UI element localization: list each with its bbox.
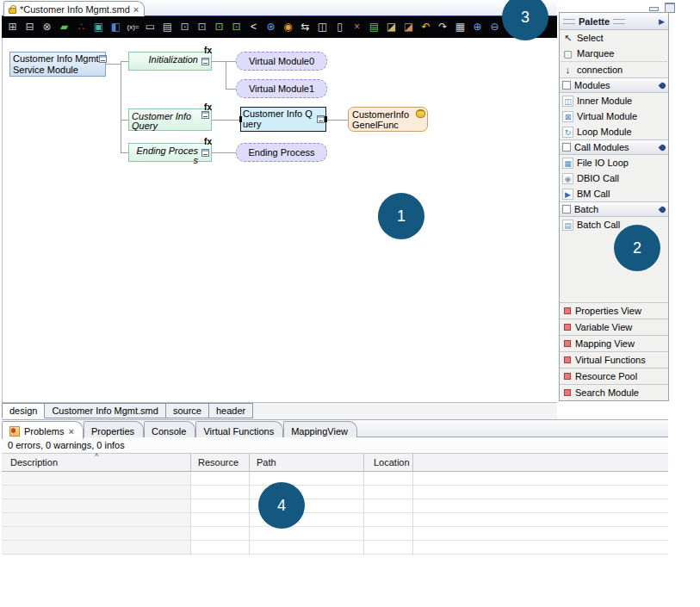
palette-tool-select[interactable]: ↖Select	[560, 30, 668, 46]
window-view-icon[interactable]: ▭	[144, 20, 157, 34]
node-virtual-module1[interactable]: Virtual Module1	[236, 79, 327, 98]
export-doc-icon[interactable]: ⊡	[213, 20, 226, 34]
palette-tool-connection[interactable]: ↓connection	[560, 62, 668, 77]
collapse-window-icon[interactable]	[99, 55, 107, 63]
export-doc-alt-icon[interactable]: ⊡	[230, 20, 243, 34]
remove-folder-icon[interactable]: ◪	[402, 20, 415, 34]
node-ending-process-instance[interactable]: Ending Process	[236, 143, 327, 162]
palette-view-properties-view[interactable]: Properties View	[560, 302, 668, 319]
maximize-icon[interactable]	[664, 3, 674, 12]
connector	[212, 120, 240, 121]
palette-item-loop-module[interactable]: ↻Loop Module	[560, 124, 668, 139]
column-path[interactable]: Path	[257, 457, 276, 468]
undo-icon[interactable]: ↶	[419, 20, 432, 34]
palette-view-mapping-view[interactable]: Mapping View	[560, 335, 668, 351]
palette-group-batch[interactable]: Batch	[560, 201, 668, 217]
column-location[interactable]: Location	[374, 457, 410, 468]
editor-tab-customer-info-mgmt[interactable]: *Customer Info Mgmt.smd ×	[3, 1, 145, 16]
collapse-icon[interactable]: <	[247, 20, 260, 34]
dbio-doc-icon[interactable]: ▤	[161, 20, 174, 34]
column-resource[interactable]: Resource	[198, 457, 238, 468]
palette-item-bm-call[interactable]: ▶BM Call	[560, 186, 668, 201]
view-square-icon	[564, 324, 571, 331]
collapse-window-icon[interactable]	[201, 111, 209, 119]
node-customer-info-query-instance[interactable]: Customer Info Query	[240, 107, 326, 132]
copy-count-icon[interactable]: ⊡	[178, 20, 191, 34]
annotation-circle-1: 1	[378, 193, 424, 239]
search-icon[interactable]: ⊛	[264, 20, 277, 34]
node-customer-info-query-func[interactable]: Customer Info Query fx	[128, 108, 212, 131]
problems-tab-mappingview[interactable]: MappingView	[283, 421, 357, 438]
zoom-in-icon[interactable]: ⊕	[471, 20, 484, 34]
table-edit-icon[interactable]: ▦	[454, 20, 467, 34]
frame-layout-icon[interactable]: ◧	[109, 20, 122, 34]
palette-item-dbio-call[interactable]: ◉DBIO Call	[560, 170, 668, 186]
palette-view-resource-pool[interactable]: Resource Pool	[560, 368, 668, 384]
paste-icon[interactable]: ▯	[333, 20, 346, 34]
palette-tool-marquee[interactable]: ▢Marquee	[560, 46, 668, 61]
node-customer-info-genel-func[interactable]: CustomerInfoGenelFunc	[348, 107, 428, 132]
new-folder-icon[interactable]: ◪	[385, 20, 398, 34]
pin-icon[interactable]	[659, 81, 667, 90]
node-ending-process-func[interactable]: Ending Process fx	[128, 143, 212, 162]
close-module-icon[interactable]: ⊗	[40, 20, 53, 34]
variables-icon[interactable]: (x)=	[127, 20, 139, 34]
connector	[121, 120, 128, 121]
palette-view-virtual-functions[interactable]: Virtual Functions	[560, 351, 668, 368]
build-sphere-icon[interactable]: ◉	[282, 20, 294, 34]
palette-item-inner-module[interactable]: ◫Inner Module	[560, 93, 668, 108]
checklist-icon[interactable]: ▤	[368, 20, 381, 34]
bottom-tab-header[interactable]: header	[209, 403, 253, 418]
view-square-icon	[564, 340, 571, 347]
palette-group-call-modules[interactable]: Call Modules	[560, 139, 668, 155]
palette-item-label: BM Call	[577, 189, 610, 199]
palette-view-search-module[interactable]: Search Module	[560, 384, 668, 400]
export-wizard-icon[interactable]: ⊟	[23, 20, 36, 34]
palette-tool-label: Marquee	[577, 48, 614, 59]
toolbar: ⊞⊟⊗▰∴▣◧(x)=▭▤⊡⊡⊡⊡<⊛◉⇆◫▯×▤◪◪↶↷▦⊕⊖▥	[2, 16, 557, 38]
delete-icon[interactable]: ×	[350, 20, 363, 34]
collapse-window-icon[interactable]	[317, 115, 325, 123]
redo-icon[interactable]: ↷	[437, 20, 449, 34]
palette-view-variable-view[interactable]: Variable View	[560, 319, 668, 335]
close-icon[interactable]: ×	[133, 5, 139, 14]
close-icon[interactable]: ×	[68, 427, 73, 436]
pin-icon[interactable]	[659, 143, 667, 152]
zoom-out-icon[interactable]: ⊖	[488, 20, 501, 34]
palette-item-virtual-module[interactable]: ⊠Virtual Module	[560, 108, 668, 124]
connector	[212, 152, 236, 153]
collapse-window-icon[interactable]	[201, 58, 209, 65]
palette-item-file-io-loop[interactable]: ▦File IO Loop	[560, 155, 668, 170]
split-view-icon[interactable]: ▣	[92, 20, 105, 34]
view-square-icon	[564, 389, 571, 396]
column-description[interactable]: Description	[10, 457, 58, 468]
minimize-icon[interactable]	[648, 3, 659, 12]
problems-tab-virtual-functions[interactable]: Virtual Functions	[195, 421, 283, 438]
palette-title: Palette	[579, 16, 610, 27]
problems-tab-label: Problems	[24, 426, 64, 437]
diagram-canvas[interactable]: Customer Info Mgmt Service Module Initia…	[2, 38, 557, 402]
new-wizard-icon[interactable]: ⊞	[6, 20, 19, 34]
code-view-icon[interactable]: ▰	[58, 20, 71, 34]
node-service-module[interactable]: Customer Info Mgmt Service Module	[9, 52, 106, 77]
problems-table-body[interactable]	[2, 472, 668, 555]
bottom-tab-design[interactable]: design	[2, 403, 45, 418]
bottom-tab-customer-info-mgmt-smd[interactable]: Customer Info Mgmt.smd	[45, 403, 165, 418]
collapse-window-icon[interactable]	[201, 149, 209, 157]
debug-marker-icon[interactable]: ∴	[75, 20, 88, 34]
node-initialization[interactable]: Initialization fx	[128, 52, 212, 71]
pin-icon[interactable]	[659, 205, 667, 214]
copy-icon[interactable]: ◫	[316, 20, 329, 34]
problems-tab-properties[interactable]: Properties	[84, 421, 144, 438]
palette-group-label: Modules	[574, 80, 610, 90]
problems-tab-problems[interactable]: Problems×	[2, 421, 84, 439]
chevron-right-icon[interactable]: ▶	[659, 17, 665, 26]
palette-group-modules[interactable]: Modules	[560, 77, 668, 93]
problems-tab-console[interactable]: Console	[144, 421, 195, 438]
view-square-icon	[564, 307, 571, 314]
node-virtual-module0[interactable]: Virtual Module0	[236, 52, 327, 71]
sync-icon[interactable]: ⇆	[299, 20, 312, 34]
palette-header[interactable]: Palette ▶	[560, 13, 668, 30]
copy-count-alt-icon[interactable]: ⊡	[195, 20, 208, 34]
bottom-tab-source[interactable]: source	[166, 403, 209, 418]
